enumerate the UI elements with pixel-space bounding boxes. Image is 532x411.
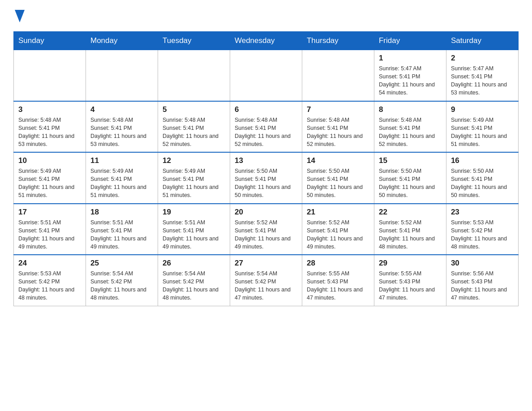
col-monday: Monday [86,32,158,50]
table-row [14,50,86,101]
day-number: 26 [163,259,225,268]
table-row: 8Sunrise: 5:48 AMSunset: 5:41 PMDaylight… [374,101,446,153]
table-row: 30Sunrise: 5:56 AMSunset: 5:43 PMDayligh… [446,255,518,306]
table-row: 11Sunrise: 5:49 AMSunset: 5:41 PMDayligh… [86,152,158,204]
table-row: 6Sunrise: 5:48 AMSunset: 5:41 PMDaylight… [230,101,302,153]
day-info: Sunrise: 5:49 AMSunset: 5:41 PMDaylight:… [18,167,81,200]
day-info: Sunrise: 5:51 AMSunset: 5:41 PMDaylight:… [163,218,225,251]
table-row: 18Sunrise: 5:51 AMSunset: 5:41 PMDayligh… [86,204,158,255]
day-info: Sunrise: 5:48 AMSunset: 5:41 PMDaylight:… [90,116,153,149]
day-number: 19 [163,208,225,217]
table-row: 19Sunrise: 5:51 AMSunset: 5:41 PMDayligh… [158,204,230,255]
day-number: 29 [379,259,442,268]
day-info: Sunrise: 5:56 AMSunset: 5:43 PMDaylight:… [451,270,514,302]
calendar-week-row: 1Sunrise: 5:47 AMSunset: 5:41 PMDaylight… [14,50,519,101]
day-info: Sunrise: 5:49 AMSunset: 5:41 PMDaylight:… [90,167,153,200]
day-info: Sunrise: 5:51 AMSunset: 5:41 PMDaylight:… [18,218,81,251]
table-row: 17Sunrise: 5:51 AMSunset: 5:41 PMDayligh… [14,204,86,255]
day-number: 16 [451,156,514,165]
table-row: 22Sunrise: 5:52 AMSunset: 5:41 PMDayligh… [374,204,446,255]
day-info: Sunrise: 5:54 AMSunset: 5:42 PMDaylight:… [90,270,153,302]
day-info: Sunrise: 5:55 AMSunset: 5:43 PMDaylight:… [307,270,369,302]
day-number: 6 [235,105,297,114]
table-row: 7Sunrise: 5:48 AMSunset: 5:41 PMDaylight… [302,101,374,153]
day-info: Sunrise: 5:52 AMSunset: 5:41 PMDaylight:… [235,218,297,251]
table-row: 12Sunrise: 5:49 AMSunset: 5:41 PMDayligh… [158,152,230,204]
day-number: 28 [307,259,369,268]
day-info: Sunrise: 5:50 AMSunset: 5:41 PMDaylight:… [235,167,297,200]
table-row: 4Sunrise: 5:48 AMSunset: 5:41 PMDaylight… [86,101,158,153]
day-number: 3 [18,105,81,114]
day-info: Sunrise: 5:48 AMSunset: 5:41 PMDaylight:… [235,116,297,149]
table-row [230,50,302,101]
table-row [302,50,374,101]
day-info: Sunrise: 5:50 AMSunset: 5:41 PMDaylight:… [379,167,442,200]
day-info: Sunrise: 5:50 AMSunset: 5:41 PMDaylight:… [307,167,369,200]
table-row: 20Sunrise: 5:52 AMSunset: 5:41 PMDayligh… [230,204,302,255]
day-info: Sunrise: 5:50 AMSunset: 5:41 PMDaylight:… [451,167,514,200]
day-number: 27 [235,259,297,268]
day-number: 30 [451,259,514,268]
day-number: 10 [18,156,81,165]
day-info: Sunrise: 5:51 AMSunset: 5:41 PMDaylight:… [90,218,153,251]
day-info: Sunrise: 5:54 AMSunset: 5:42 PMDaylight:… [163,270,225,302]
calendar-table: Sunday Monday Tuesday Wednesday Thursday… [13,31,519,306]
day-info: Sunrise: 5:52 AMSunset: 5:41 PMDaylight:… [379,218,442,251]
table-row: 13Sunrise: 5:50 AMSunset: 5:41 PMDayligh… [230,152,302,204]
day-number: 9 [451,105,514,114]
logo-arrow-icon [15,10,25,22]
table-row: 16Sunrise: 5:50 AMSunset: 5:41 PMDayligh… [446,152,518,204]
day-number: 12 [163,156,225,165]
table-row: 2Sunrise: 5:47 AMSunset: 5:41 PMDaylight… [446,50,518,101]
day-number: 13 [235,156,297,165]
calendar-week-row: 3Sunrise: 5:48 AMSunset: 5:41 PMDaylight… [14,101,519,153]
table-row: 28Sunrise: 5:55 AMSunset: 5:43 PMDayligh… [302,255,374,306]
day-info: Sunrise: 5:49 AMSunset: 5:41 PMDaylight:… [451,116,514,149]
logo [13,9,25,22]
day-number: 24 [18,259,81,268]
table-row: 26Sunrise: 5:54 AMSunset: 5:42 PMDayligh… [158,255,230,306]
table-row: 9Sunrise: 5:49 AMSunset: 5:41 PMDaylight… [446,101,518,153]
day-number: 23 [451,208,514,217]
day-info: Sunrise: 5:55 AMSunset: 5:43 PMDaylight:… [379,270,442,302]
day-number: 8 [379,105,442,114]
calendar-week-row: 24Sunrise: 5:53 AMSunset: 5:42 PMDayligh… [14,255,519,306]
table-row: 25Sunrise: 5:54 AMSunset: 5:42 PMDayligh… [86,255,158,306]
table-row: 21Sunrise: 5:52 AMSunset: 5:41 PMDayligh… [302,204,374,255]
day-number: 18 [90,208,153,217]
day-number: 25 [90,259,153,268]
day-info: Sunrise: 5:53 AMSunset: 5:42 PMDaylight:… [451,218,514,251]
table-row: 5Sunrise: 5:48 AMSunset: 5:41 PMDaylight… [158,101,230,153]
day-number: 11 [90,156,153,165]
table-row [86,50,158,101]
day-info: Sunrise: 5:47 AMSunset: 5:41 PMDaylight:… [451,64,514,97]
calendar-week-row: 10Sunrise: 5:49 AMSunset: 5:41 PMDayligh… [14,152,519,204]
day-info: Sunrise: 5:48 AMSunset: 5:41 PMDaylight:… [379,116,442,149]
table-row: 10Sunrise: 5:49 AMSunset: 5:41 PMDayligh… [14,152,86,204]
table-row: 15Sunrise: 5:50 AMSunset: 5:41 PMDayligh… [374,152,446,204]
table-row: 23Sunrise: 5:53 AMSunset: 5:42 PMDayligh… [446,204,518,255]
day-number: 4 [90,105,153,114]
day-number: 5 [163,105,225,114]
day-info: Sunrise: 5:49 AMSunset: 5:41 PMDaylight:… [163,167,225,200]
svg-marker-0 [15,10,25,22]
day-info: Sunrise: 5:52 AMSunset: 5:41 PMDaylight:… [307,218,369,251]
day-number: 20 [235,208,297,217]
day-number: 22 [379,208,442,217]
day-number: 21 [307,208,369,217]
day-info: Sunrise: 5:54 AMSunset: 5:42 PMDaylight:… [235,270,297,302]
calendar-week-row: 17Sunrise: 5:51 AMSunset: 5:41 PMDayligh… [14,204,519,255]
day-number: 1 [379,54,442,63]
col-friday: Friday [374,32,446,50]
col-thursday: Thursday [302,32,374,50]
day-info: Sunrise: 5:48 AMSunset: 5:41 PMDaylight:… [163,116,225,149]
day-info: Sunrise: 5:47 AMSunset: 5:41 PMDaylight:… [379,64,442,97]
day-number: 17 [18,208,81,217]
table-row: 27Sunrise: 5:54 AMSunset: 5:42 PMDayligh… [230,255,302,306]
table-row: 3Sunrise: 5:48 AMSunset: 5:41 PMDaylight… [14,101,86,153]
day-number: 7 [307,105,369,114]
day-number: 15 [379,156,442,165]
table-row: 14Sunrise: 5:50 AMSunset: 5:41 PMDayligh… [302,152,374,204]
day-number: 14 [307,156,369,165]
calendar-header-row: Sunday Monday Tuesday Wednesday Thursday… [14,32,519,50]
